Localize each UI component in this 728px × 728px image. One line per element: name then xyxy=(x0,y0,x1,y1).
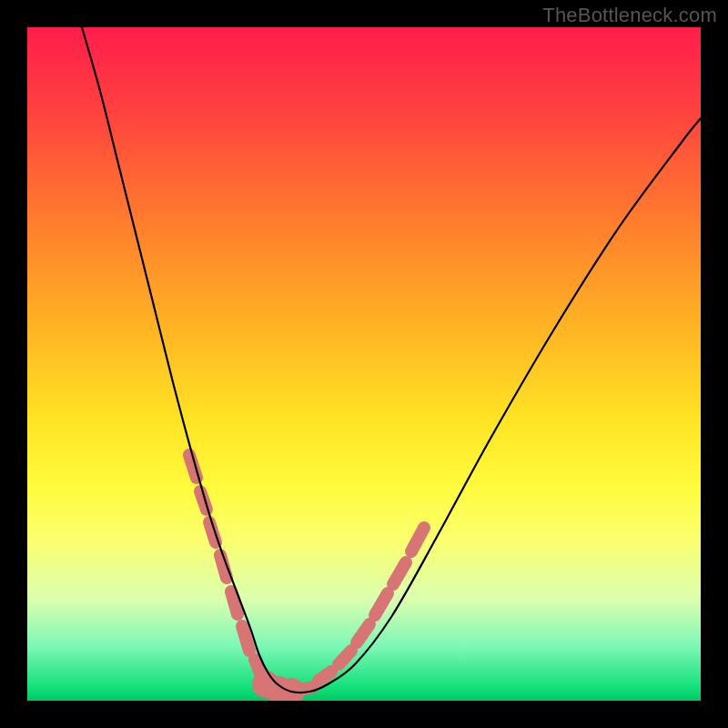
curve-svg xyxy=(27,27,701,701)
pink-segment xyxy=(339,651,351,664)
chart-frame: TheBottleneck.com xyxy=(0,0,728,728)
pink-segment xyxy=(357,624,369,642)
watermark-text: TheBottleneck.com xyxy=(542,4,717,27)
pink-segment xyxy=(375,593,388,615)
pink-segment xyxy=(393,562,406,584)
pink-segment xyxy=(231,592,238,614)
plot-area xyxy=(27,27,701,701)
pink-segment xyxy=(242,626,249,651)
pink-segment xyxy=(318,672,331,681)
pink-segments-group xyxy=(189,455,424,699)
pink-segment xyxy=(411,528,424,551)
